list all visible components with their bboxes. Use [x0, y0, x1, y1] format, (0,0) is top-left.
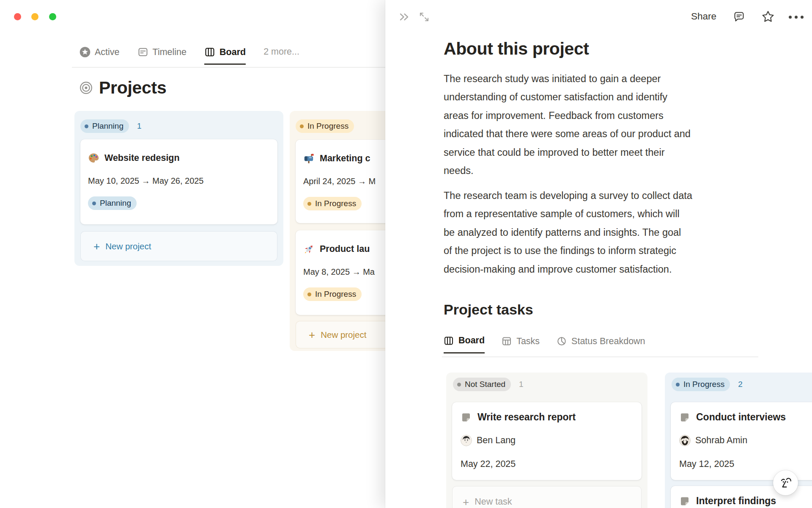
new-task-label: New task	[475, 497, 512, 507]
column-count: 1	[519, 380, 524, 389]
about-paragraph-2: The research team is developing a survey…	[444, 187, 782, 279]
card-date: May 22, 2025	[461, 459, 633, 469]
task-card-conduct-interviews[interactable]: Conduct interviews Sohrab Amin May 12, 2…	[671, 402, 812, 480]
page-title[interactable]: Projects	[99, 78, 166, 98]
page-title-row: Projects	[80, 78, 166, 98]
assignee-row: Ben Lang	[461, 435, 633, 446]
status-label: In Progress	[683, 380, 724, 389]
star-icon[interactable]	[761, 9, 775, 23]
column-header-planning: Planning 1	[80, 119, 142, 133]
card-date: May 12, 2025	[679, 459, 812, 469]
view-tabs: Active Timeline Board 2 more...	[80, 47, 299, 65]
task-tab-tasks[interactable]: Tasks	[502, 335, 540, 353]
page-icon	[461, 412, 472, 423]
assignee-row: Sohrab Amin	[679, 435, 812, 446]
tabs-divider	[72, 67, 385, 68]
card-title: Website redesign	[104, 153, 180, 163]
comment-icon[interactable]	[732, 10, 746, 23]
status-dot	[457, 383, 461, 387]
card-title: Write research report	[477, 411, 576, 423]
share-button[interactable]: Share	[691, 11, 716, 22]
timeline-icon	[137, 47, 148, 58]
palette-emoji	[88, 152, 99, 164]
status-badge-in-progress[interactable]: In Progress	[672, 378, 730, 391]
tab-active[interactable]: Active	[80, 47, 120, 64]
about-heading: About this project	[444, 39, 589, 59]
task-view-tabs: Board Tasks Status Breakdown	[444, 335, 645, 353]
tab-label: 2 more...	[263, 47, 299, 57]
page-icon	[679, 412, 690, 423]
card-title-row: Interpret findings	[679, 495, 812, 507]
card-title-row: Conduct interviews	[679, 411, 812, 423]
status-label: Planning	[100, 199, 131, 208]
page-icon	[679, 496, 690, 507]
tab-label: Active	[95, 47, 120, 58]
column-count: 2	[738, 380, 743, 389]
about-paragraph-1: The research study was initiated to gain…	[444, 70, 782, 180]
new-project-label: New project	[105, 241, 151, 251]
star-circle-icon	[80, 47, 91, 58]
plus-icon: +	[93, 241, 100, 252]
notion-ai-face-button[interactable]	[773, 470, 798, 495]
tab-label: Board	[458, 335, 485, 346]
project-card-website-redesign[interactable]: Website redesign May 10, 2025 → May 26, …	[80, 139, 277, 224]
tab-label: Timeline	[153, 47, 187, 58]
task-column-header-not-started: Not Started 1	[453, 378, 524, 391]
tab-label: Status Breakdown	[571, 336, 645, 347]
status-label: Planning	[92, 121, 123, 131]
mailbox-emoji	[303, 153, 315, 164]
status-dot	[307, 202, 311, 206]
new-task-button[interactable]: + New task	[452, 486, 642, 508]
side-peek-panel: Share About this project The research st…	[385, 0, 812, 508]
card-status-tag: In Progress	[303, 197, 362, 210]
task-column-header-in-progress: In Progress 2	[672, 378, 743, 391]
assignee-name: Ben Lang	[477, 435, 516, 446]
status-dot	[85, 124, 88, 128]
card-status-tag: Planning	[88, 196, 137, 210]
plus-icon: +	[463, 497, 469, 508]
task-tab-board[interactable]: Board	[444, 335, 485, 353]
tab-timeline[interactable]: Timeline	[137, 47, 187, 64]
assignee-name: Sohrab Amin	[695, 435, 747, 446]
status-label: In Progress	[315, 199, 356, 208]
card-title: Conduct interviews	[696, 411, 786, 423]
new-project-button-planning[interactable]: + New project	[80, 231, 277, 261]
avatar-sohrab-amin	[679, 435, 691, 446]
bullseye-icon[interactable]	[80, 81, 93, 94]
card-title: Interpret findings	[696, 495, 776, 507]
card-status-tag: In Progress	[303, 287, 362, 301]
status-label: Not Started	[465, 380, 505, 389]
rocket-emoji	[303, 243, 315, 255]
status-badge-planning[interactable]: Planning	[80, 119, 129, 133]
tab-more[interactable]: 2 more...	[263, 47, 299, 63]
card-title-row: Website redesign	[88, 152, 270, 164]
status-badge-in-progress[interactable]: In Progress	[296, 119, 354, 133]
expand-icon[interactable]	[417, 10, 431, 23]
status-badge-not-started[interactable]: Not Started	[453, 378, 511, 391]
zoom-window-button[interactable]	[49, 13, 56, 20]
plus-icon: +	[309, 329, 315, 340]
card-dates: May 10, 2025 → May 26, 2025	[88, 176, 270, 186]
status-dot	[92, 202, 96, 205]
column-header-in-progress: In Progress	[296, 119, 354, 133]
tab-label: Board	[219, 47, 246, 58]
board-icon	[444, 336, 454, 346]
card-title: Product lau	[320, 244, 370, 254]
ellipsis-icon[interactable]	[788, 15, 804, 19]
avatar-ben-lang	[461, 435, 472, 446]
app-window: { "colors": { "blue-bg": "#d3e5ef", "blu…	[0, 0, 812, 508]
tab-label: Tasks	[516, 336, 540, 347]
task-tab-status-breakdown[interactable]: Status Breakdown	[557, 335, 645, 353]
status-label: In Progress	[315, 290, 356, 299]
task-card-write-research-report[interactable]: Write research report Ben Lang May 22, 2…	[452, 402, 642, 480]
tab-board[interactable]: Board	[204, 47, 246, 65]
table-icon	[502, 336, 512, 346]
double-chevron-right-icon[interactable]	[398, 11, 411, 23]
status-label: In Progress	[307, 121, 348, 131]
status-dot	[676, 383, 680, 387]
new-project-label: New project	[321, 330, 366, 340]
board-icon	[204, 47, 215, 58]
minimize-window-button[interactable]	[31, 13, 38, 20]
column-count: 1	[137, 121, 142, 131]
close-window-button[interactable]	[14, 13, 21, 20]
